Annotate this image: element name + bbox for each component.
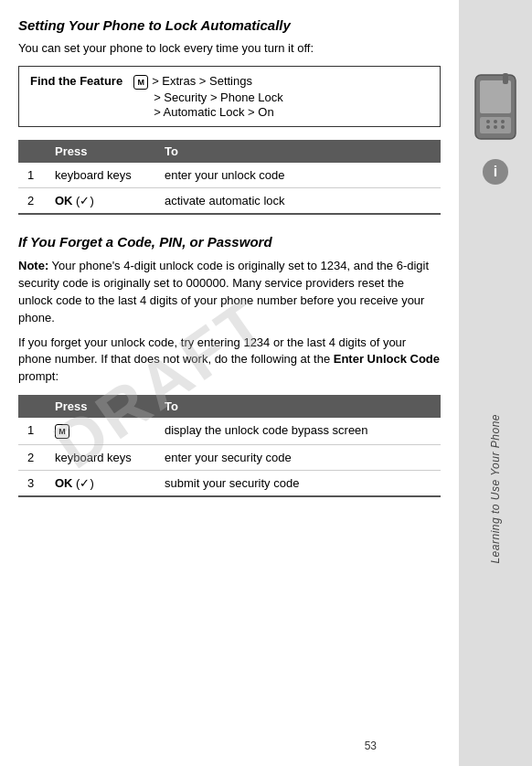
table-row: 3 OK (✓) submit your security code: [18, 471, 441, 497]
table-row: 1 keyboard keys enter your unlock code: [18, 163, 441, 188]
note-content: Your phone's 4-digit unlock code is orig…: [18, 259, 429, 324]
enter-unlock-code-ref: Enter Unlock Code: [334, 352, 440, 366]
row1-press: keyboard keys: [46, 163, 155, 188]
row2-num: 2: [18, 445, 46, 471]
find-feature-path1: > Extras > Settings: [152, 74, 252, 88]
section2-table: Press To 1 M display the unlock code byp…: [18, 395, 441, 497]
section1-intro: You can set your phone to lock every tim…: [18, 40, 441, 57]
row2-num: 2: [18, 187, 46, 214]
table1-col-to: To: [155, 140, 441, 163]
row1-num: 1: [18, 418, 46, 445]
row3-num: 3: [18, 471, 46, 497]
row2-to: activate automatic lock: [155, 187, 441, 214]
menu-icon-small: M: [55, 424, 69, 439]
table2-col-press: Press: [46, 395, 155, 418]
svg-rect-9: [503, 73, 508, 84]
section1-table: Press To 1 keyboard keys enter your unlo…: [18, 140, 441, 215]
table-row: 2 keyboard keys enter your security code: [18, 445, 441, 471]
row2-press: keyboard keys: [46, 445, 155, 471]
note-label: Note:: [18, 259, 48, 272]
info-icon: i: [483, 159, 508, 185]
svg-point-6: [486, 125, 490, 129]
find-feature-path3: > Automatic Lock > On: [133, 105, 283, 119]
row1-press: M: [46, 418, 155, 445]
svg-point-8: [501, 125, 505, 129]
row1-to: enter your unlock code: [155, 163, 441, 188]
find-feature-label: Find the Feature: [30, 74, 122, 88]
find-feature-path2: > Security > Phone Lock: [133, 90, 283, 104]
table1-col-num: [18, 140, 46, 163]
table1-col-press: Press: [46, 140, 155, 163]
row3-to: submit your security code: [155, 471, 441, 497]
menu-icon: M: [133, 75, 148, 90]
svg-point-7: [494, 125, 497, 129]
section2-body: If you forget your unlock code, try ente…: [18, 335, 441, 387]
table-row: 1 M display the unlock code bypass scree…: [18, 418, 441, 445]
row2-to: enter your security code: [155, 445, 441, 471]
section1-heading: Setting Your Phone to Lock Automatically: [18, 16, 441, 35]
section2-heading: If You Forget a Code, PIN, or Password: [18, 233, 441, 251]
table2-col-to: To: [155, 395, 441, 418]
svg-point-3: [486, 120, 490, 123]
table-row: 2 OK (✓) activate automatic lock: [18, 187, 441, 214]
phone-illustration: [472, 73, 519, 144]
svg-rect-1: [480, 80, 511, 113]
row1-num: 1: [18, 163, 46, 188]
right-sidebar: i Learning to Use Your Phone: [459, 0, 532, 766]
row3-press: OK (✓): [46, 471, 155, 497]
row1-to: display the unlock code bypass screen: [155, 418, 441, 445]
sidebar-rotated-text: Learning to Use Your Phone: [489, 414, 502, 564]
section2-note: Note: Your phone's 4-digit unlock code i…: [18, 258, 441, 326]
row2-press: OK (✓): [46, 187, 155, 214]
info-icon-label: i: [494, 164, 497, 180]
svg-point-4: [494, 120, 497, 123]
find-feature-box: Find the Feature M > Extras > Settings >…: [18, 66, 441, 127]
svg-point-5: [501, 120, 505, 123]
table2-col-num: [18, 395, 46, 418]
page-number: 53: [365, 739, 377, 752]
